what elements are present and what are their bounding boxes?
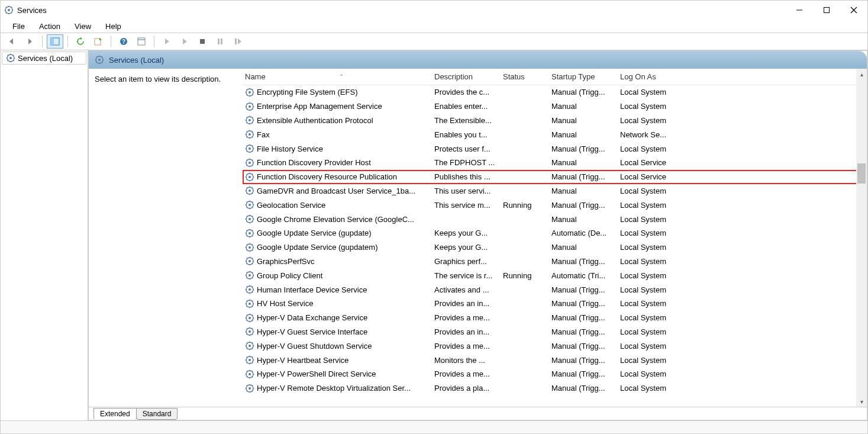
menu-view[interactable]: View [67, 21, 98, 32]
service-row[interactable]: Extensible Authentication ProtocolThe Ex… [243, 114, 867, 128]
service-row[interactable]: Function Discovery Provider HostThe FDPH… [243, 156, 867, 170]
gear-icon [245, 186, 254, 195]
service-row[interactable]: HV Host ServiceProvides an in...Manual (… [243, 297, 867, 311]
service-name: Function Discovery Resource Publication [257, 172, 397, 181]
service-description: Provides a me... [432, 342, 501, 351]
service-startup-type: Manual (Trigg... [549, 327, 618, 336]
service-description: Provides an in... [432, 299, 501, 308]
restart-service-button[interactable] [230, 34, 246, 49]
column-status[interactable]: Status [501, 72, 549, 81]
view-tabs: Extended Standard [89, 407, 867, 420]
service-row[interactable]: Human Interface Device ServiceActivates … [243, 282, 867, 297]
service-row[interactable]: FaxEnables you t...ManualNetwork Se... [243, 127, 867, 142]
tree-node-services-local[interactable]: Services (Local) [2, 52, 86, 65]
service-row[interactable]: Hyper-V Remote Desktop Virtualization Se… [243, 381, 867, 396]
service-row[interactable]: Hyper-V Heartbeat ServiceMonitors the ..… [243, 353, 867, 367]
service-log-on-as: Local System [618, 285, 677, 294]
service-description: Publishes this ... [432, 172, 501, 181]
svg-rect-23 [221, 38, 222, 44]
service-startup-type: Manual (Trigg... [549, 144, 618, 153]
service-description: Enables enter... [432, 102, 501, 111]
gear-icon [245, 271, 254, 280]
close-button[interactable] [840, 1, 867, 20]
forward-button[interactable] [21, 34, 38, 49]
service-startup-type: Manual (Trigg... [549, 172, 618, 181]
svg-rect-22 [218, 38, 220, 44]
service-log-on-as: Local System [618, 144, 677, 153]
service-row[interactable]: Google Chrome Elevation Service (GoogleC… [243, 212, 867, 226]
service-row[interactable]: Function Discovery Resource PublicationP… [243, 170, 867, 184]
refresh-button[interactable] [72, 34, 89, 49]
scroll-up-icon[interactable]: ▴ [856, 69, 867, 79]
service-description: This user servi... [432, 187, 501, 195]
service-name: Hyper-V PowerShell Direct Service [257, 369, 376, 378]
sort-caret-icon: ⌃ [339, 73, 344, 80]
service-row[interactable]: GameDVR and Broadcast User Service_1ba..… [243, 184, 867, 198]
gear-icon [245, 200, 254, 210]
service-description: Provides the c... [432, 88, 501, 97]
description-prompt: Select an item to view its description. [95, 75, 221, 83]
tree-node-label: Services (Local) [18, 54, 73, 63]
start-service-button-2[interactable] [176, 34, 193, 49]
service-startup-type: Manual (Trigg... [549, 201, 618, 210]
gear-icon [245, 299, 254, 308]
service-log-on-as: Local System [618, 369, 677, 378]
menu-action[interactable]: Action [32, 21, 67, 32]
service-row[interactable]: Group Policy ClientThe service is r...Ru… [243, 268, 867, 282]
tab-extended[interactable]: Extended [93, 408, 137, 420]
gear-icon [245, 144, 254, 153]
service-name: Google Update Service (gupdate) [257, 229, 372, 237]
service-row[interactable]: Enterprise App Management ServiceEnables… [243, 99, 867, 114]
help-button[interactable]: ? [115, 34, 132, 49]
gear-icon [245, 285, 254, 294]
service-log-on-as: Local System [618, 215, 677, 224]
service-description: Activates and ... [432, 285, 501, 294]
start-service-button[interactable] [159, 34, 175, 49]
minimize-button[interactable] [786, 1, 813, 20]
service-row[interactable]: Hyper-V Data Exchange ServiceProvides a … [243, 311, 867, 325]
service-row[interactable]: Google Update Service (gupdatem)Keeps yo… [243, 240, 867, 255]
service-row[interactable]: Encrypting File System (EFS)Provides the… [243, 85, 867, 99]
pause-service-button[interactable] [212, 34, 228, 49]
scroll-down-icon[interactable]: ▾ [856, 396, 867, 407]
column-description[interactable]: Description [432, 72, 501, 81]
separator [42, 36, 43, 47]
service-name: GameDVR and Broadcast User Service_1ba..… [257, 187, 415, 195]
service-row[interactable]: GraphicsPerfSvcGraphics perf...Manual (T… [243, 255, 867, 269]
show-hide-tree-button[interactable] [47, 34, 63, 49]
service-row[interactable]: Google Update Service (gupdate)Keeps you… [243, 226, 867, 240]
properties-button[interactable] [133, 34, 150, 49]
vertical-scrollbar[interactable]: ▴ ▾ [856, 69, 867, 407]
menu-file[interactable]: File [5, 21, 32, 32]
maximize-button[interactable] [813, 1, 840, 20]
tab-standard[interactable]: Standard [136, 408, 178, 420]
column-name[interactable]: Name ⌃ [243, 72, 432, 81]
svg-rect-11 [824, 8, 830, 13]
service-name: HV Host Service [257, 299, 313, 308]
service-row[interactable]: Hyper-V Guest Shutdown ServiceProvides a… [243, 339, 867, 353]
service-row[interactable]: Geolocation ServiceThis service m...Runn… [243, 198, 867, 212]
service-log-on-as: Network Se... [618, 130, 677, 139]
gear-icon [245, 115, 254, 125]
service-log-on-as: Local System [618, 257, 677, 266]
service-log-on-as: Local System [618, 201, 677, 210]
service-row[interactable]: Hyper-V PowerShell Direct ServiceProvide… [243, 367, 867, 381]
service-description: Enables you t... [432, 130, 501, 139]
gear-icon [245, 369, 254, 379]
menu-help[interactable]: Help [98, 21, 128, 32]
gear-icon [245, 102, 254, 111]
scroll-thumb[interactable] [857, 163, 866, 184]
statusbar [1, 420, 867, 433]
service-row[interactable]: Hyper-V Guest Service InterfaceProvides … [243, 325, 867, 339]
column-startup-type[interactable]: Startup Type [549, 72, 618, 81]
stop-service-button[interactable] [194, 34, 211, 49]
svg-rect-19 [138, 38, 145, 45]
gear-icon [245, 214, 254, 224]
column-log-on-as[interactable]: Log On As [618, 72, 677, 81]
service-row[interactable]: File History ServiceProtects user f...Ma… [243, 142, 867, 156]
back-button[interactable] [4, 34, 20, 49]
gear-icon [245, 313, 254, 323]
gear-icon [245, 88, 254, 97]
export-list-button[interactable] [90, 34, 107, 49]
gear-icon [245, 341, 254, 351]
